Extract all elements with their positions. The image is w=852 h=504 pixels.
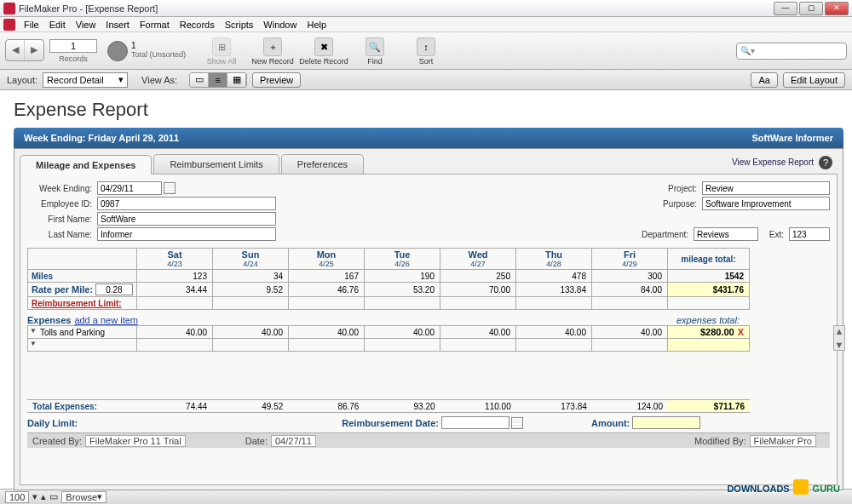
new-record-icon: ＋: [263, 37, 282, 56]
created-by-value: FileMaker Pro 11 Trial: [85, 435, 186, 447]
expense-row-empty: [28, 339, 750, 352]
expenses-heading: Expenses add a new item expenses total:: [27, 315, 750, 325]
amount-field[interactable]: [632, 416, 700, 429]
delete-record-icon: ✖: [314, 37, 333, 56]
tab-mileage-expenses[interactable]: Mileage and Expenses: [20, 155, 152, 175]
form-area: Week Ending: Project: Employee ID: Purpo…: [20, 174, 838, 485]
date-label: Date:: [245, 436, 268, 446]
tab-reimbursement-limits[interactable]: Reimbursement Limits: [153, 154, 279, 174]
maximize-button[interactable]: ▢: [799, 2, 823, 15]
zoom-out-icon[interactable]: ▾: [32, 491, 37, 502]
purpose-field[interactable]: [702, 197, 830, 210]
expense-row: Tolls and Parking 40.00 40.00 40.00 40.0…: [28, 326, 750, 339]
total-label: Total (Unsorted): [131, 50, 186, 59]
total-count: 1: [131, 41, 186, 50]
modified-by-label: Modified By:: [694, 436, 746, 446]
week-ending-field[interactable]: [97, 181, 162, 195]
search-box[interactable]: 🔍▾: [736, 43, 847, 60]
next-record-button[interactable]: ▶: [25, 40, 43, 60]
ext-field[interactable]: [789, 227, 830, 241]
calendar-icon[interactable]: [164, 182, 176, 194]
menu-file[interactable]: File: [19, 20, 44, 30]
sort-icon: ↕: [417, 37, 435, 56]
tab-preferences[interactable]: Preferences: [281, 154, 364, 174]
close-button[interactable]: ✕: [825, 2, 849, 15]
menu-records[interactable]: Records: [175, 20, 220, 30]
bottom-row: Daily Limit: Reimbursement Date: Amount:: [27, 416, 830, 429]
layout-label: Layout:: [7, 75, 37, 85]
last-name-field[interactable]: [97, 227, 276, 241]
view-list-button[interactable]: ≡: [209, 73, 227, 87]
record-number-input[interactable]: [49, 39, 97, 53]
record-nav: ◀ ▶: [5, 39, 44, 61]
minimize-button[interactable]: —: [774, 2, 797, 15]
chevron-down-icon: ▾: [118, 74, 124, 85]
find-button[interactable]: 🔍 Find: [349, 36, 400, 66]
mode-select[interactable]: Browse ▾: [61, 491, 106, 503]
prev-record-button[interactable]: ◀: [6, 40, 25, 60]
preview-button[interactable]: Preview: [252, 72, 301, 88]
edit-layout-button[interactable]: Edit Layout: [783, 72, 845, 88]
employee-id-field[interactable]: [97, 197, 276, 210]
first-name-label: First Name:: [27, 215, 97, 224]
expense-scrollbar[interactable]: ▲▼: [833, 325, 845, 351]
help-icon[interactable]: ?: [819, 156, 832, 169]
daily-limit-label: Daily Limit:: [27, 418, 78, 428]
layout-bar: Layout: Record Detail▾ View As: ▭ ≡ ▦ Pr…: [0, 70, 852, 90]
status-bar: 100 ▾ ▴ ▭ Browse ▾: [0, 489, 852, 504]
view-table-button[interactable]: ▦: [227, 73, 246, 87]
app-icon: [3, 3, 15, 14]
calendar-icon[interactable]: [511, 417, 523, 429]
window-titlebar: FileMaker Pro - [Expense Report] — ▢ ✕: [0, 0, 852, 17]
new-record-button[interactable]: ＋ New Record: [247, 36, 298, 66]
zoom-value[interactable]: 100: [5, 491, 29, 503]
totals-grid: Total Expenses: 74.4449.52 86.7693.20 11…: [27, 399, 830, 413]
reimbursement-date-field[interactable]: [441, 416, 509, 429]
search-icon: 🔍▾: [740, 46, 755, 55]
expense-item-label[interactable]: Tolls and Parking: [28, 326, 137, 339]
toolbar-toggle-icon[interactable]: ▭: [49, 491, 58, 502]
menu-edit[interactable]: Edit: [44, 20, 71, 30]
add-new-item-link[interactable]: add a new item: [74, 315, 138, 325]
delete-record-button[interactable]: ✖ Delete Record: [298, 36, 349, 66]
sort-button[interactable]: ↕ Sort: [400, 36, 452, 66]
layout-select[interactable]: Record Detail▾: [43, 72, 128, 88]
project-field[interactable]: [702, 181, 830, 195]
show-all-button[interactable]: ⊞ Show All: [196, 36, 247, 66]
mileage-grid: Sat4/23 Sun4/24 Mon4/25 Tue4/26 Wed4/27 …: [27, 248, 830, 310]
records-label: Records: [59, 54, 88, 63]
show-all-icon: ⊞: [212, 37, 231, 56]
content-panel: Mileage and Expenses Reimbursement Limit…: [14, 148, 843, 490]
formatting-button[interactable]: Aa: [751, 72, 777, 88]
menu-view[interactable]: View: [71, 20, 101, 30]
zoom-in-icon[interactable]: ▴: [41, 491, 46, 502]
amount-label: Amount:: [591, 418, 630, 428]
delete-row-x-icon[interactable]: X: [734, 327, 744, 337]
record-footer: Created By: FileMaker Pro 11 Trial Date:…: [27, 432, 830, 448]
miles-row: Miles 123 34 167 190 250 478 300 1542: [28, 270, 750, 283]
date-value: 04/27/11: [271, 435, 316, 447]
menu-insert[interactable]: Insert: [101, 20, 135, 30]
reimbursement-limit-row: Reimbursement Limit:: [28, 297, 750, 310]
tab-bar: Mileage and Expenses Reimbursement Limit…: [20, 154, 838, 174]
ext-label: Ext:: [758, 230, 789, 239]
page-title: Expense Report: [14, 99, 843, 121]
department-field[interactable]: [694, 227, 758, 241]
menu-help[interactable]: Help: [302, 20, 331, 30]
rate-input[interactable]: [95, 284, 133, 295]
last-name-label: Last Name:: [27, 230, 97, 239]
record-pie-icon: [107, 41, 128, 61]
grid-header-row: Sat4/23 Sun4/24 Mon4/25 Tue4/26 Wed4/27 …: [28, 249, 750, 270]
find-icon: 🔍: [366, 37, 384, 56]
menu-window[interactable]: Window: [258, 20, 302, 30]
first-name-field[interactable]: [97, 212, 276, 226]
purpose-label: Purpose:: [642, 199, 702, 209]
week-ending-header: Week Ending: Friday April 29, 2011: [24, 133, 179, 143]
view-expense-report-link[interactable]: View Expense Report: [732, 158, 814, 167]
menu-format[interactable]: Format: [135, 20, 175, 30]
view-form-button[interactable]: ▭: [190, 73, 209, 87]
company-header: SoftWare Informer: [751, 133, 833, 143]
view-as-label: View As:: [141, 75, 177, 85]
menu-scripts[interactable]: Scripts: [220, 20, 259, 30]
report-header: Week Ending: Friday April 29, 2011 SoftW…: [14, 128, 843, 148]
